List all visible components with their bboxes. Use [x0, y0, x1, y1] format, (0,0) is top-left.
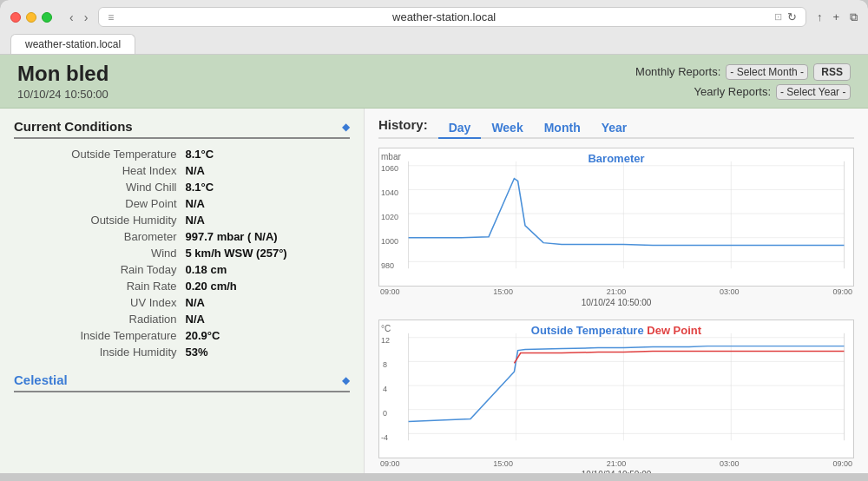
- temp-x-3: 21:00: [607, 459, 627, 468]
- table-row: Wind Chill8.1°C: [14, 179, 350, 195]
- condition-value: 20.9°C: [182, 327, 351, 344]
- condition-label: Inside Temperature: [14, 327, 182, 344]
- baro-x-2: 15:00: [493, 287, 513, 296]
- barometer-chart-container: mbar Barometer 1060 1040 1020 1000 980: [378, 148, 854, 307]
- history-label: History:: [378, 117, 428, 132]
- site-info: Mon bled 10/10/24 10:50:00: [17, 62, 108, 101]
- yearly-label: Yearly Reports:: [694, 85, 771, 98]
- table-row: Inside Humidity53%: [14, 344, 350, 360]
- barometer-chart: mbar Barometer 1060 1040 1020 1000 980: [378, 148, 854, 287]
- body-layout: Current Conditions ◆ Outside Temperature…: [0, 109, 868, 473]
- temp-chart-container: °C Outside Temperature Dew Point 12 8 4 …: [378, 320, 854, 473]
- table-row: Inside Temperature20.9°C: [14, 327, 350, 344]
- table-row: Heat IndexN/A: [14, 162, 350, 179]
- condition-label: Wind Chill: [14, 179, 182, 195]
- tab-month[interactable]: Month: [534, 118, 591, 139]
- monthly-select[interactable]: - Select Month -: [726, 64, 808, 80]
- celestial-section: Celestial ◆: [14, 372, 350, 392]
- fullscreen-button[interactable]: [42, 12, 52, 23]
- monthly-label: Monthly Reports:: [635, 65, 720, 78]
- table-row: Wind5 km/h WSW (257°): [14, 245, 350, 261]
- table-row: Barometer997.7 mbar ( N/A): [14, 228, 350, 245]
- tab-week[interactable]: Week: [481, 118, 533, 139]
- condition-label: Rain Today: [14, 261, 182, 278]
- table-row: RadiationN/A: [14, 311, 350, 327]
- yearly-select[interactable]: - Select Year -: [776, 84, 851, 100]
- minimize-button[interactable]: [26, 12, 36, 23]
- table-row: Outside HumidityN/A: [14, 212, 350, 228]
- temp-x-4: 03:00: [720, 459, 740, 468]
- condition-value: 997.7 mbar ( N/A): [182, 228, 351, 245]
- diamond-icon: ◆: [342, 121, 350, 133]
- condition-value: 8.1°C: [182, 146, 351, 162]
- browser-chrome: ‹ › ≡ weather-station.local ⊡ ↻ ↑ + ⧉ we…: [0, 0, 868, 55]
- celestial-diamond-icon: ◆: [342, 374, 350, 386]
- table-row: Rain Rate0.20 cm/h: [14, 278, 350, 294]
- copy-tab-button[interactable]: ⧉: [850, 10, 858, 24]
- temp-x-1: 09:00: [380, 459, 400, 468]
- temp-timestamp: 10/10/24 10:50:00: [378, 470, 854, 473]
- table-row: Outside Temperature8.1°C: [14, 146, 350, 162]
- condition-value: 53%: [182, 344, 351, 360]
- address-bar[interactable]: ≡ weather-station.local ⊡ ↻: [98, 7, 806, 27]
- baro-x-5: 09:00: [832, 287, 852, 296]
- reader-icon: ≡: [108, 11, 114, 23]
- back-button[interactable]: ‹: [66, 9, 77, 26]
- temp-x-5: 09:00: [832, 459, 852, 468]
- tab-day[interactable]: Day: [438, 118, 482, 139]
- tab-year[interactable]: Year: [591, 118, 638, 139]
- main-content: Mon bled 10/10/24 10:50:00 Monthly Repor…: [0, 55, 868, 473]
- baro-timestamp: 10/10/24 10:50:00: [378, 298, 854, 307]
- rss-button[interactable]: RSS: [813, 63, 851, 81]
- traffic-lights: [10, 12, 52, 23]
- close-button[interactable]: [10, 12, 21, 23]
- temp-x-2: 15:00: [493, 459, 513, 468]
- celestial-title: Celestial: [14, 372, 68, 387]
- conditions-header: Current Conditions ◆: [14, 119, 350, 139]
- condition-label: Heat Index: [14, 162, 182, 179]
- new-tab-button[interactable]: +: [832, 10, 839, 23]
- browser-actions: ↑ + ⧉: [813, 10, 858, 24]
- condition-label: Radiation: [14, 311, 182, 327]
- browser-tabs: weather-station.local: [10, 34, 858, 54]
- conditions-title: Current Conditions: [14, 119, 133, 134]
- condition-value: N/A: [182, 195, 351, 212]
- baro-x-4: 03:00: [720, 287, 740, 296]
- browser-nav: ‹ ›: [66, 9, 91, 26]
- temp-svg: [379, 320, 853, 458]
- current-tab[interactable]: weather-station.local: [10, 34, 135, 54]
- condition-label: Rain Rate: [14, 278, 182, 294]
- forward-button[interactable]: ›: [81, 9, 92, 26]
- left-panel: Current Conditions ◆ Outside Temperature…: [0, 109, 365, 473]
- share-button[interactable]: ↑: [817, 10, 823, 23]
- yearly-report-row: Yearly Reports: - Select Year -: [694, 84, 851, 100]
- conditions-table: Outside Temperature8.1°CHeat IndexN/AWin…: [14, 146, 350, 360]
- condition-value: N/A: [182, 212, 351, 228]
- condition-value: N/A: [182, 162, 351, 179]
- table-row: Rain Today0.18 cm: [14, 261, 350, 278]
- condition-label: Dew Point: [14, 195, 182, 212]
- baro-x-1: 09:00: [380, 287, 400, 296]
- reload-icon[interactable]: ↻: [787, 10, 797, 23]
- condition-value: 0.20 cm/h: [182, 278, 351, 294]
- reader-mode-icon: ⊡: [774, 11, 782, 23]
- condition-label: Inside Humidity: [14, 344, 182, 360]
- condition-label: Wind: [14, 245, 182, 261]
- condition-value: 0.18 cm: [182, 261, 351, 278]
- right-panel: History: Day Week Month Year mbar Barome…: [365, 109, 868, 473]
- temp-x-labels: 09:00 15:00 21:00 03:00 09:00: [378, 459, 854, 468]
- condition-label: UV Index: [14, 294, 182, 311]
- site-title: Mon bled: [17, 62, 108, 86]
- header-right: Monthly Reports: - Select Month - RSS Ye…: [635, 63, 851, 100]
- condition-value: N/A: [182, 294, 351, 311]
- condition-value: 5 km/h WSW (257°): [182, 245, 351, 261]
- temp-chart: °C Outside Temperature Dew Point 12 8 4 …: [378, 320, 854, 458]
- site-datetime: 10/10/24 10:50:00: [17, 88, 108, 101]
- table-row: Dew PointN/A: [14, 195, 350, 212]
- history-header: History: Day Week Month Year: [378, 117, 854, 139]
- baro-x-labels: 09:00 15:00 21:00 03:00 09:00: [378, 287, 854, 296]
- table-row: UV IndexN/A: [14, 294, 350, 311]
- monthly-report-row: Monthly Reports: - Select Month - RSS: [635, 63, 851, 81]
- celestial-header: Celestial ◆: [14, 372, 350, 392]
- condition-value: N/A: [182, 311, 351, 327]
